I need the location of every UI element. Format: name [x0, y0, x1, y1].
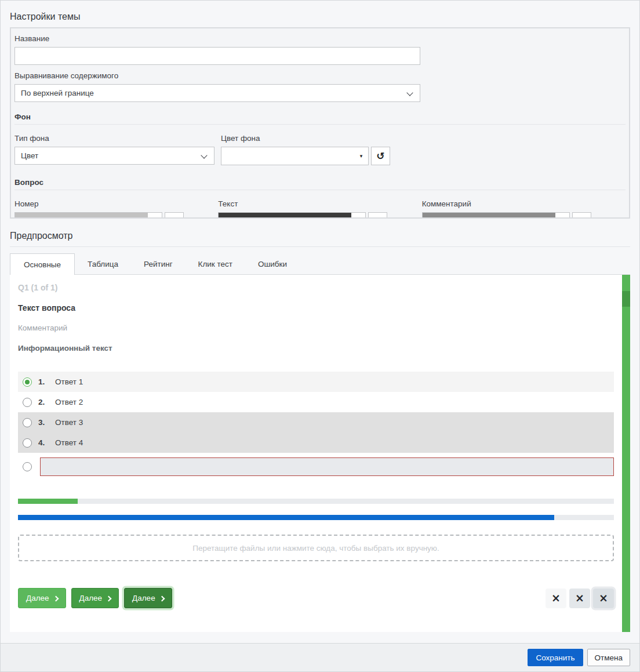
chevron-down-icon: [406, 89, 413, 96]
survey-progress-fill: [18, 499, 78, 504]
chevron-right-icon: [159, 595, 165, 601]
question-comment-label: Комментарий: [422, 199, 626, 208]
dropdown-arrow-zone: ▾: [555, 213, 569, 219]
answer-row[interactable]: 3. Ответ 3: [18, 412, 614, 433]
answer-list: 1. Ответ 1 2. Ответ 2 3. Ответ 3 4. Отве…: [18, 372, 614, 453]
background-color-reset-button[interactable]: ↺: [371, 147, 390, 165]
answer-number: 2.: [38, 398, 49, 406]
radio-icon[interactable]: [23, 418, 32, 427]
answer-label: Ответ 2: [55, 398, 83, 406]
close-button-active[interactable]: ×: [593, 589, 614, 608]
survey-progress-bar: [18, 499, 614, 504]
alignment-select-value: По верхней границе: [21, 89, 94, 97]
next-button-label: Далее: [79, 594, 103, 602]
divider: [14, 124, 626, 125]
divider: [10, 246, 630, 247]
settings-panel: Название Выравнивание содержимого По вер…: [10, 27, 630, 219]
theme-settings-dialog: Настройки темы Название Выравнивание сод…: [0, 0, 640, 672]
other-answer-input[interactable]: [40, 457, 614, 476]
dropzone-text: Перетащите файлы или нажмите сюда, чтобы…: [192, 544, 439, 553]
alignment-select[interactable]: По верхней границе: [14, 84, 420, 102]
color-swatch: [15, 213, 148, 219]
tab-errors[interactable]: Ошибки: [245, 253, 300, 274]
question-comment: Комментарий: [18, 324, 614, 332]
next-buttons-group: Далее Далее Далее: [18, 588, 172, 608]
chevron-right-icon: [53, 595, 59, 601]
question-number-reset-button[interactable]: ↺: [165, 212, 184, 219]
tab-click-test[interactable]: Клик тест: [186, 253, 245, 274]
background-type-label: Тип фона: [14, 134, 221, 143]
page-progress-fill: [18, 515, 554, 520]
answer-row[interactable]: 4. Ответ 4: [18, 433, 614, 453]
chevron-right-icon: [106, 595, 112, 601]
answer-label: Ответ 1: [55, 377, 83, 386]
answer-number: 4.: [38, 438, 49, 447]
preview-buttons-row: Далее Далее Далее × × ×: [18, 588, 614, 608]
alignment-field-label: Выравнивание содержимого: [14, 71, 626, 80]
radio-icon[interactable]: [23, 462, 32, 471]
tab-rating[interactable]: Рейтинг: [131, 253, 186, 274]
preview-pane: Q1 (1 of 1) Текст вопроса Комментарий Ин…: [10, 275, 630, 632]
dropdown-arrow-zone: ▾: [354, 147, 368, 165]
question-text: Текст вопроса: [18, 303, 614, 313]
preview-title: Предпросмотр: [10, 231, 630, 241]
cancel-button[interactable]: Отмена: [587, 649, 630, 666]
color-swatch: [221, 147, 354, 165]
question-text-reset-button[interactable]: ↺: [368, 212, 387, 219]
preview-scrollbar[interactable]: [622, 275, 630, 632]
question-info-text: Информационный текст: [18, 344, 614, 353]
close-button-hover[interactable]: ×: [569, 589, 590, 608]
answer-number: 1.: [38, 377, 49, 386]
other-answer-row: [18, 457, 614, 476]
color-swatch: [219, 213, 351, 219]
dropdown-arrow-icon: ▾: [360, 153, 363, 159]
color-swatch: [423, 213, 555, 219]
tab-table[interactable]: Таблица: [75, 253, 131, 274]
answer-row[interactable]: 1. Ответ 1: [18, 372, 614, 392]
preview-scrollbar-thumb[interactable]: [622, 291, 630, 307]
answer-label: Ответ 3: [55, 418, 83, 427]
question-text-label: Текст: [218, 199, 421, 208]
background-color-label: Цвет фона: [221, 134, 427, 143]
radio-selected-icon[interactable]: [23, 377, 32, 387]
radio-icon[interactable]: [23, 398, 32, 407]
preview-tabs: Основные Таблица Рейтинг Клик тест Ошибк…: [10, 253, 630, 275]
answer-number: 3.: [38, 418, 49, 427]
next-button-label: Далее: [132, 594, 155, 602]
next-button-active[interactable]: Далее: [124, 588, 172, 608]
next-button-hover[interactable]: Далее: [71, 588, 119, 608]
file-dropzone[interactable]: Перетащите файлы или нажмите сюда, чтобы…: [18, 535, 614, 561]
next-button-label: Далее: [26, 594, 49, 602]
question-number-label: Номер: [14, 199, 218, 208]
undo-icon: ↺: [376, 151, 384, 161]
save-button[interactable]: Сохранить: [528, 649, 583, 666]
divider: [14, 190, 626, 190]
tab-main[interactable]: Основные: [10, 253, 75, 275]
chevron-down-icon: [201, 152, 207, 158]
settings-title: Настройки темы: [10, 12, 630, 22]
undo-icon: ↺: [374, 217, 382, 219]
question-text-color-picker[interactable]: ▾: [218, 212, 366, 219]
dropdown-arrow-zone: ▾: [351, 213, 365, 219]
name-field-label: Название: [14, 34, 626, 43]
background-type-select[interactable]: Цвет: [14, 147, 214, 165]
answer-row[interactable]: 2. Ответ 2: [18, 392, 614, 412]
page-progress-bar: [18, 515, 614, 520]
question-counter: Q1 (1 of 1): [18, 275, 614, 292]
undo-icon: ↺: [170, 217, 178, 219]
next-button-normal[interactable]: Далее: [18, 588, 66, 608]
close-button-normal[interactable]: ×: [546, 589, 566, 608]
question-comment-reset-button[interactable]: ↺: [572, 212, 591, 219]
close-buttons-group: × × ×: [546, 589, 614, 608]
question-number-color-picker[interactable]: ▾: [14, 212, 162, 219]
dialog-footer: Сохранить Отмена: [1, 643, 639, 671]
name-input[interactable]: [14, 47, 420, 65]
radio-icon[interactable]: [23, 438, 32, 448]
dropdown-arrow-zone: ▾: [148, 213, 162, 219]
undo-icon: ↺: [577, 217, 586, 219]
question-section-title: Вопрос: [14, 178, 626, 187]
question-comment-color-picker[interactable]: ▾: [422, 212, 570, 219]
background-color-picker[interactable]: ▾: [221, 147, 369, 165]
background-section-title: Фон: [14, 112, 626, 121]
answer-label: Ответ 4: [55, 438, 83, 447]
